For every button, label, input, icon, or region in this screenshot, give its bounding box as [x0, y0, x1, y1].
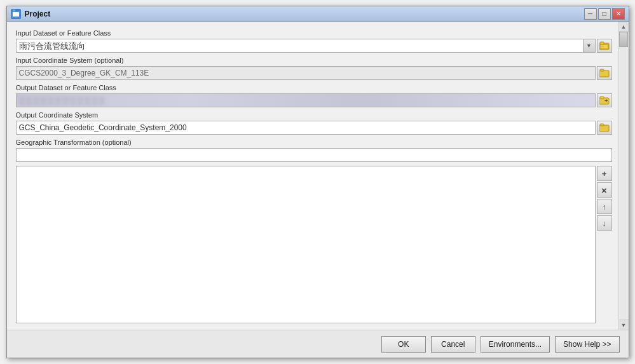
scroll-thumb[interactable] — [619, 32, 628, 47]
geo-trans-controls: + × ↑ ↓ — [597, 166, 612, 323]
geo-trans-input-row — [16, 148, 612, 162]
geo-trans-listbox-area: + × ↑ ↓ — [16, 166, 612, 323]
folder-coord-icon — [599, 123, 610, 132]
output-dataset-group: Output Dataset or Feature Class ░░░░░░░░… — [16, 84, 612, 107]
scroll-down-button[interactable]: ▼ — [619, 320, 629, 330]
geo-trans-group: Geographic Transformation (optional) + ×… — [16, 138, 612, 323]
output-coord-label: Output Coordinate System — [16, 111, 612, 119]
content-area: Input Dataset or Feature Class 雨污合流管线流向 … — [7, 22, 629, 330]
project-dialog: Project ─ □ ✕ Input Dataset or Feature C… — [6, 6, 629, 358]
geo-trans-input-field[interactable] — [16, 148, 612, 162]
input-dataset-label: Input Dataset or Feature Class — [16, 29, 612, 37]
svg-rect-2 — [13, 10, 15, 11]
folder-icon — [599, 69, 610, 78]
output-coord-row — [16, 121, 612, 135]
output-dataset-row: ░░░░░░░░░░░░ + — [16, 93, 612, 107]
geo-trans-listbox[interactable] — [16, 166, 596, 323]
window-title: Project — [25, 10, 584, 18]
main-panel: Input Dataset or Feature Class 雨污合流管线流向 … — [7, 22, 618, 330]
cancel-button[interactable]: Cancel — [431, 336, 475, 353]
window-icon — [11, 9, 21, 19]
output-coord-browse-button[interactable] — [597, 121, 612, 135]
input-coord-row — [16, 66, 612, 80]
output-dataset-blurred-field[interactable]: ░░░░░░░░░░░░ — [16, 93, 596, 107]
footer-bar: OK Cancel Environments... Show Help >> — [7, 330, 629, 358]
scroll-up-button[interactable]: ▲ — [619, 22, 629, 32]
input-coord-label: Input Coordinate System (optional) — [16, 57, 612, 64]
input-dataset-select[interactable]: 雨污合流管线流向 — [16, 39, 596, 53]
output-coord-field[interactable] — [16, 121, 596, 135]
svg-rect-4 — [600, 42, 604, 44]
svg-text:+: + — [604, 98, 608, 104]
maximize-button[interactable]: □ — [598, 8, 611, 20]
geo-trans-label: Geographic Transformation (optional) — [16, 138, 612, 146]
input-dataset-browse-button[interactable] — [597, 39, 612, 53]
output-dataset-browse-button[interactable]: + — [597, 93, 612, 107]
remove-transformation-button[interactable]: × — [597, 182, 612, 198]
svg-rect-1 — [13, 12, 19, 17]
input-dataset-group: Input Dataset or Feature Class 雨污合流管线流向 … — [16, 29, 612, 53]
input-coord-browse-button[interactable] — [597, 66, 612, 80]
close-button[interactable]: ✕ — [612, 8, 625, 20]
ok-button[interactable]: OK — [381, 336, 426, 353]
svg-rect-8 — [600, 69, 604, 71]
show-help-button[interactable]: Show Help >> — [555, 336, 619, 353]
environments-button[interactable]: Environments... — [481, 336, 550, 353]
move-down-button[interactable]: ↓ — [597, 215, 612, 231]
output-dataset-blurred-text: ░░░░░░░░░░░░ — [19, 96, 107, 105]
move-up-button[interactable]: ↑ — [597, 199, 612, 214]
svg-rect-10 — [600, 97, 604, 98]
input-coord-field[interactable] — [16, 66, 596, 80]
svg-rect-5 — [600, 44, 608, 49]
add-transformation-button[interactable]: + — [597, 166, 612, 181]
scrollbar[interactable]: ▲ ▼ — [618, 22, 629, 330]
folder-open-icon — [599, 41, 610, 50]
input-coord-group: Input Coordinate System (optional) — [16, 57, 612, 80]
input-dataset-dropdown-wrapper: 雨污合流管线流向 ▼ — [16, 39, 596, 53]
window-controls: ─ □ ✕ — [584, 8, 625, 20]
scroll-track — [619, 32, 629, 320]
output-coord-group: Output Coordinate System — [16, 111, 612, 135]
svg-rect-13 — [600, 124, 604, 126]
output-dataset-label: Output Dataset or Feature Class — [16, 84, 612, 91]
minimize-button[interactable]: ─ — [584, 8, 597, 20]
input-dataset-row: 雨污合流管线流向 ▼ — [16, 39, 612, 53]
title-bar: Project ─ □ ✕ — [7, 6, 629, 22]
folder-add-icon: + — [599, 96, 610, 105]
